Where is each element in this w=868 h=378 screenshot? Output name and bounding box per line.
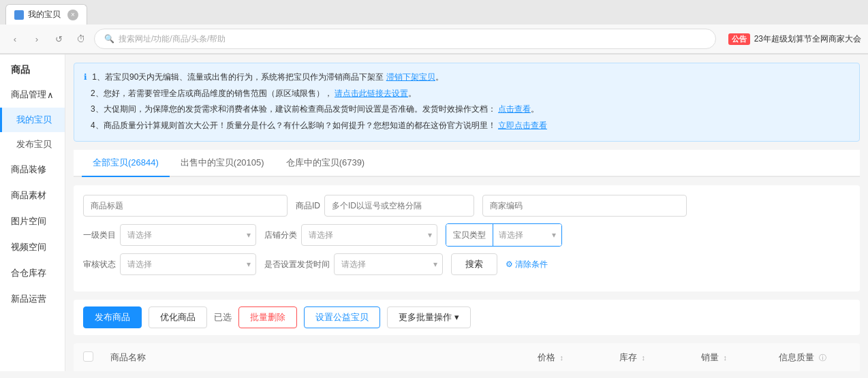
refresh-button[interactable]: ↺: [50, 31, 67, 47]
header-stock-label: 库存: [619, 352, 637, 362]
header-quality: 信息质量 ⓘ: [755, 351, 850, 364]
header-price-label: 价格: [538, 352, 555, 362]
search-icon: 🔍: [104, 34, 114, 44]
selected-count: 已选: [214, 311, 232, 324]
category1-label: 一级类目: [83, 230, 116, 241]
form-field-merchant: [482, 195, 687, 217]
select-all-checkbox[interactable]: [83, 351, 93, 362]
sidebar-item-video[interactable]: 视频空间: [0, 234, 65, 260]
forward-button[interactable]: ›: [29, 31, 45, 47]
notice-line-4: 4、商品质量分计算规则首次大公开！质量分是什么？有什么影响？如何提升？您想知道的…: [84, 119, 850, 133]
history-button[interactable]: ⏱: [72, 31, 89, 47]
address-bar[interactable]: 🔍 搜索网址/功能/商品/头条/帮助: [94, 29, 716, 49]
address-placeholder: 搜索网址/功能/商品/头条/帮助: [119, 33, 226, 45]
search-button[interactable]: 搜索: [451, 253, 497, 275]
form-field-item-type: 宝贝类型 请选择: [446, 223, 562, 247]
title-input[interactable]: [83, 195, 288, 217]
tabs-bar: 全部宝贝(26844) 出售中的宝贝(20105) 仓库中的宝贝(6739): [74, 150, 860, 177]
sidebar: 商品 商品管理 ∧ 我的宝贝 发布宝贝 商品装修 商品素材 图片空间 视频空间 …: [0, 54, 65, 371]
info-icon: ℹ: [84, 72, 87, 82]
header-check: [83, 351, 110, 364]
sidebar-item-material[interactable]: 商品素材: [0, 183, 65, 208]
notice-line-2: 2、您好，若需要管理全店或商品维度的销售范围（原区域限售）， 请点击此链接去设置…: [84, 86, 850, 101]
form-field-category1: 一级类目 请选择: [83, 224, 256, 246]
sidebar-item-new-ops[interactable]: 新品运营: [0, 286, 65, 312]
sidebar-sub-title[interactable]: 商品管理 ∧: [0, 82, 65, 108]
id-label: 商品ID: [296, 200, 320, 212]
announcement-text: 23年超级划算节全网商家大会: [754, 33, 861, 45]
audit-label: 审核状态: [83, 259, 116, 270]
form-field-id: 商品ID: [296, 195, 474, 217]
notice-line-3: 3、大促期间，为保障您的发货需求和消费者体验，建议前检查商品发货时间设置是否准确…: [84, 102, 850, 117]
table: 商品名称 价格 ↕ 库存 ↕ 销量 ↕ 信息质量 ⓘ: [74, 343, 860, 371]
sidebar-item-photo[interactable]: 图片空间: [0, 208, 65, 234]
notice-box: ℹ 1、若宝贝90天内无编辑、流量或出售的行为，系统将把宝贝作为滞销商品下架至 …: [74, 63, 860, 142]
clear-button[interactable]: ⚙ 清除条件: [506, 259, 548, 270]
notice-link-3[interactable]: 点击查看: [498, 104, 531, 114]
shipping-select[interactable]: 请选择: [334, 253, 443, 275]
back-button[interactable]: ‹: [7, 31, 23, 47]
item-type-select[interactable]: 请选择: [493, 224, 561, 246]
tab-on-sale[interactable]: 出售中的宝贝(20105): [170, 150, 275, 177]
notice-link-1[interactable]: 滞销下架宝贝: [386, 72, 435, 82]
header-sales[interactable]: 销量 ↕: [673, 351, 755, 364]
item-type-select-wrapper: 请选择: [493, 224, 561, 246]
category1-select-wrapper: 请选择: [120, 224, 256, 246]
form-field-audit: 审核状态 请选择: [83, 253, 256, 275]
header-quality-label: 信息质量: [779, 352, 814, 362]
notice-link-2[interactable]: 请点击此链接去设置: [335, 89, 408, 98]
header-sales-label: 销量: [701, 352, 719, 362]
form-row-3: 审核状态 请选择 是否设置发货时间 请选择 搜索: [83, 253, 850, 275]
item-type-label: 宝贝类型: [446, 224, 493, 246]
announcement: 公告 23年超级划算节全网商家大会: [728, 33, 861, 45]
merchant-input[interactable]: [482, 195, 687, 217]
form-row-2: 一级类目 请选择 店铺分类 请选择: [83, 223, 850, 247]
category1-select[interactable]: 请选择: [120, 224, 256, 246]
search-form: 商品ID 一级类目 请选择 店铺分类: [74, 185, 860, 292]
optimize-button[interactable]: 优化商品: [149, 306, 207, 328]
chevron-up-icon: ∧: [47, 90, 54, 100]
sidebar-item-publish[interactable]: 发布宝贝: [0, 132, 65, 157]
header-name-label: 商品名称: [110, 352, 146, 362]
clear-icon: ⚙: [506, 259, 513, 269]
sidebar-section-title: 商品: [0, 54, 65, 82]
store-category-select-wrapper: 请选择: [301, 224, 437, 246]
item-type-group: 宝贝类型 请选择: [446, 223, 562, 247]
tab-label: 我的宝贝: [28, 9, 61, 20]
shipping-select-wrapper: 请选择: [334, 253, 443, 275]
notice-line-1: ℹ 1、若宝贝90天内无编辑、流量或出售的行为，系统将把宝贝作为滞销商品下架至 …: [84, 70, 850, 85]
browser-tab[interactable]: 我的宝贝 ×: [5, 4, 87, 25]
audit-select[interactable]: 请选择: [120, 253, 256, 275]
tab-favicon: [14, 10, 24, 20]
header-price[interactable]: 价格 ↕: [510, 351, 591, 364]
store-category-select[interactable]: 请选择: [301, 224, 437, 246]
shipping-label: 是否设置发货时间: [264, 259, 330, 270]
price-sort-icon: ↕: [560, 353, 564, 362]
set-public-button[interactable]: 设置公益宝贝: [304, 306, 380, 328]
tab-close-button[interactable]: ×: [67, 10, 78, 20]
sidebar-item-my-items[interactable]: 我的宝贝: [0, 108, 65, 132]
sidebar-item-warehouse[interactable]: 合仓库存: [0, 260, 65, 286]
sidebar-item-decorate[interactable]: 商品装修: [0, 157, 65, 183]
form-field-store-category: 店铺分类 请选择: [264, 224, 437, 246]
sales-sort-icon: ↕: [724, 353, 728, 362]
audit-select-wrapper: 请选择: [120, 253, 256, 275]
publish-button[interactable]: 发布商品: [83, 306, 142, 328]
actions-bar: 发布商品 优化商品 已选 批量删除 设置公益宝贝 更多批量操作 ▾: [74, 300, 860, 335]
batch-delete-button[interactable]: 批量删除: [238, 306, 297, 328]
id-input[interactable]: [324, 195, 474, 217]
store-category-label: 店铺分类: [264, 230, 297, 241]
tab-all[interactable]: 全部宝贝(26844): [82, 150, 170, 177]
form-row-1: 商品ID: [83, 195, 850, 217]
form-field-title: [83, 195, 288, 217]
announcement-badge: 公告: [728, 33, 750, 45]
header-stock[interactable]: 库存 ↕: [591, 351, 673, 364]
tab-warehouse[interactable]: 仓库中的宝贝(6739): [275, 150, 376, 177]
more-batch-button[interactable]: 更多批量操作 ▾: [387, 306, 471, 328]
form-field-shipping: 是否设置发货时间 请选择: [264, 253, 443, 275]
quality-info-icon[interactable]: ⓘ: [819, 353, 826, 362]
table-header: 商品名称 价格 ↕ 库存 ↕ 销量 ↕ 信息质量 ⓘ: [74, 343, 860, 371]
stock-sort-icon: ↕: [642, 353, 646, 362]
notice-link-4[interactable]: 立即点击查看: [498, 121, 547, 130]
content-area: ℹ 1、若宝贝90天内无编辑、流量或出售的行为，系统将把宝贝作为滞销商品下架至 …: [65, 54, 868, 371]
